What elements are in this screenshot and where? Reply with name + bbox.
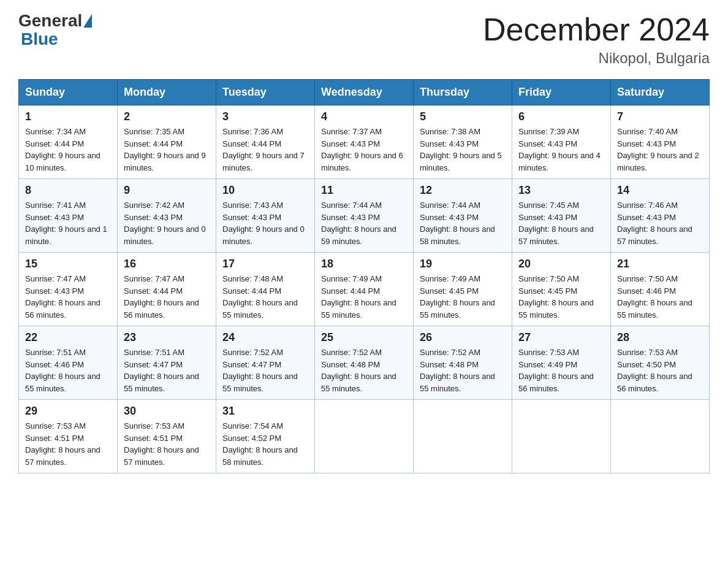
- day-info: Sunrise: 7:47 AM Sunset: 4:44 PM Dayligh…: [124, 273, 210, 321]
- day-info: Sunrise: 7:35 AM Sunset: 4:44 PM Dayligh…: [124, 126, 210, 174]
- col-friday: Friday: [512, 80, 611, 105]
- calendar-cell: 29 Sunrise: 7:53 AM Sunset: 4:51 PM Dayl…: [19, 400, 118, 473]
- day-number: 26: [420, 331, 506, 344]
- day-number: 4: [321, 110, 407, 123]
- day-number: 19: [420, 258, 506, 270]
- calendar-header: Sunday Monday Tuesday Wednesday Thursday…: [19, 80, 710, 105]
- calendar-cell: 24 Sunrise: 7:52 AM Sunset: 4:47 PM Dayl…: [216, 326, 315, 400]
- day-info: Sunrise: 7:43 AM Sunset: 4:43 PM Dayligh…: [222, 199, 308, 247]
- day-info: Sunrise: 7:52 AM Sunset: 4:48 PM Dayligh…: [420, 347, 506, 394]
- calendar-cell: [315, 400, 414, 473]
- day-number: 18: [321, 258, 407, 270]
- logo-triangle-icon: [83, 14, 92, 28]
- calendar-cell: [414, 400, 512, 473]
- day-info: Sunrise: 7:40 AM Sunset: 4:43 PM Dayligh…: [617, 126, 703, 174]
- day-number: 2: [124, 110, 210, 123]
- day-info: Sunrise: 7:47 AM Sunset: 4:43 PM Dayligh…: [25, 273, 111, 321]
- day-number: 20: [518, 258, 604, 270]
- day-number: 3: [222, 110, 308, 123]
- day-info: Sunrise: 7:37 AM Sunset: 4:43 PM Dayligh…: [321, 126, 407, 174]
- calendar-cell: 12 Sunrise: 7:44 AM Sunset: 4:43 PM Dayl…: [414, 179, 512, 253]
- day-info: Sunrise: 7:53 AM Sunset: 4:51 PM Dayligh…: [124, 420, 210, 468]
- day-number: 14: [617, 184, 703, 197]
- title-block: December 2024 Nikopol, Bulgaria: [483, 12, 710, 67]
- calendar-cell: 19 Sunrise: 7:49 AM Sunset: 4:45 PM Dayl…: [414, 253, 512, 326]
- calendar-cell: 30 Sunrise: 7:53 AM Sunset: 4:51 PM Dayl…: [118, 400, 216, 473]
- day-number: 13: [518, 184, 604, 197]
- day-info: Sunrise: 7:42 AM Sunset: 4:43 PM Dayligh…: [124, 199, 210, 247]
- calendar-cell: 7 Sunrise: 7:40 AM Sunset: 4:43 PM Dayli…: [611, 105, 710, 179]
- day-number: 27: [518, 331, 604, 344]
- day-number: 21: [617, 258, 703, 270]
- day-info: Sunrise: 7:44 AM Sunset: 4:43 PM Dayligh…: [321, 199, 407, 247]
- calendar-cell: 22 Sunrise: 7:51 AM Sunset: 4:46 PM Dayl…: [19, 326, 118, 400]
- calendar-cell: 3 Sunrise: 7:36 AM Sunset: 4:44 PM Dayli…: [216, 105, 315, 179]
- day-number: 12: [420, 184, 506, 197]
- day-number: 5: [420, 110, 506, 123]
- calendar-cell: 20 Sunrise: 7:50 AM Sunset: 4:45 PM Dayl…: [512, 253, 611, 326]
- day-number: 28: [617, 331, 703, 344]
- day-info: Sunrise: 7:39 AM Sunset: 4:43 PM Dayligh…: [518, 126, 604, 174]
- calendar-cell: 1 Sunrise: 7:34 AM Sunset: 4:44 PM Dayli…: [19, 105, 118, 179]
- col-thursday: Thursday: [414, 80, 512, 105]
- day-info: Sunrise: 7:54 AM Sunset: 4:52 PM Dayligh…: [222, 420, 308, 468]
- calendar-week-1: 1 Sunrise: 7:34 AM Sunset: 4:44 PM Dayli…: [19, 105, 710, 179]
- calendar-cell: 9 Sunrise: 7:42 AM Sunset: 4:43 PM Dayli…: [118, 179, 216, 253]
- day-number: 17: [222, 258, 308, 270]
- calendar-cell: 13 Sunrise: 7:45 AM Sunset: 4:43 PM Dayl…: [512, 179, 611, 253]
- day-info: Sunrise: 7:48 AM Sunset: 4:44 PM Dayligh…: [222, 273, 308, 321]
- day-info: Sunrise: 7:50 AM Sunset: 4:46 PM Dayligh…: [617, 273, 703, 321]
- col-tuesday: Tuesday: [216, 80, 315, 105]
- calendar-week-5: 29 Sunrise: 7:53 AM Sunset: 4:51 PM Dayl…: [19, 400, 710, 473]
- day-info: Sunrise: 7:51 AM Sunset: 4:46 PM Dayligh…: [25, 347, 111, 394]
- location-text: Nikopol, Bulgaria: [483, 50, 710, 67]
- day-number: 25: [321, 331, 407, 344]
- calendar-cell: 11 Sunrise: 7:44 AM Sunset: 4:43 PM Dayl…: [315, 179, 414, 253]
- col-sunday: Sunday: [19, 80, 118, 105]
- calendar-week-4: 22 Sunrise: 7:51 AM Sunset: 4:46 PM Dayl…: [19, 326, 710, 400]
- day-number: 29: [25, 405, 111, 418]
- calendar-cell: 2 Sunrise: 7:35 AM Sunset: 4:44 PM Dayli…: [118, 105, 216, 179]
- day-number: 6: [518, 110, 604, 123]
- day-info: Sunrise: 7:52 AM Sunset: 4:48 PM Dayligh…: [321, 347, 407, 394]
- calendar-cell: [512, 400, 611, 473]
- day-number: 16: [124, 258, 210, 270]
- day-number: 15: [25, 258, 111, 270]
- calendar-cell: 28 Sunrise: 7:53 AM Sunset: 4:50 PM Dayl…: [611, 326, 710, 400]
- day-number: 23: [124, 331, 210, 344]
- calendar-cell: 4 Sunrise: 7:37 AM Sunset: 4:43 PM Dayli…: [315, 105, 414, 179]
- calendar-cell: 6 Sunrise: 7:39 AM Sunset: 4:43 PM Dayli…: [512, 105, 611, 179]
- day-info: Sunrise: 7:50 AM Sunset: 4:45 PM Dayligh…: [518, 273, 604, 321]
- calendar-cell: 25 Sunrise: 7:52 AM Sunset: 4:48 PM Dayl…: [315, 326, 414, 400]
- calendar-cell: 10 Sunrise: 7:43 AM Sunset: 4:43 PM Dayl…: [216, 179, 315, 253]
- calendar-cell: 5 Sunrise: 7:38 AM Sunset: 4:43 PM Dayli…: [414, 105, 512, 179]
- day-info: Sunrise: 7:45 AM Sunset: 4:43 PM Dayligh…: [518, 199, 604, 247]
- day-number: 11: [321, 184, 407, 197]
- logo-general-text: General: [18, 12, 82, 29]
- day-number: 22: [25, 331, 111, 344]
- day-number: 1: [25, 110, 111, 123]
- calendar-cell: 31 Sunrise: 7:54 AM Sunset: 4:52 PM Dayl…: [216, 400, 315, 473]
- day-number: 7: [617, 110, 703, 123]
- calendar-cell: 17 Sunrise: 7:48 AM Sunset: 4:44 PM Dayl…: [216, 253, 315, 326]
- day-info: Sunrise: 7:49 AM Sunset: 4:44 PM Dayligh…: [321, 273, 407, 321]
- day-info: Sunrise: 7:44 AM Sunset: 4:43 PM Dayligh…: [420, 199, 506, 247]
- day-number: 31: [222, 405, 308, 418]
- day-info: Sunrise: 7:52 AM Sunset: 4:47 PM Dayligh…: [222, 347, 308, 394]
- calendar-week-3: 15 Sunrise: 7:47 AM Sunset: 4:43 PM Dayl…: [19, 253, 710, 326]
- day-info: Sunrise: 7:41 AM Sunset: 4:43 PM Dayligh…: [25, 199, 111, 247]
- day-info: Sunrise: 7:38 AM Sunset: 4:43 PM Dayligh…: [420, 126, 506, 174]
- day-info: Sunrise: 7:34 AM Sunset: 4:44 PM Dayligh…: [25, 126, 111, 174]
- day-number: 30: [124, 405, 210, 418]
- logo: General Blue: [18, 12, 93, 49]
- col-wednesday: Wednesday: [315, 80, 414, 105]
- calendar-cell: 8 Sunrise: 7:41 AM Sunset: 4:43 PM Dayli…: [19, 179, 118, 253]
- day-number: 9: [124, 184, 210, 197]
- calendar-cell: 27 Sunrise: 7:53 AM Sunset: 4:49 PM Dayl…: [512, 326, 611, 400]
- page-header: General Blue December 2024 Nikopol, Bulg…: [18, 12, 710, 67]
- calendar-week-2: 8 Sunrise: 7:41 AM Sunset: 4:43 PM Dayli…: [19, 179, 710, 253]
- col-monday: Monday: [118, 80, 216, 105]
- calendar-body: 1 Sunrise: 7:34 AM Sunset: 4:44 PM Dayli…: [19, 105, 710, 473]
- col-saturday: Saturday: [611, 80, 710, 105]
- calendar-cell: 23 Sunrise: 7:51 AM Sunset: 4:47 PM Dayl…: [118, 326, 216, 400]
